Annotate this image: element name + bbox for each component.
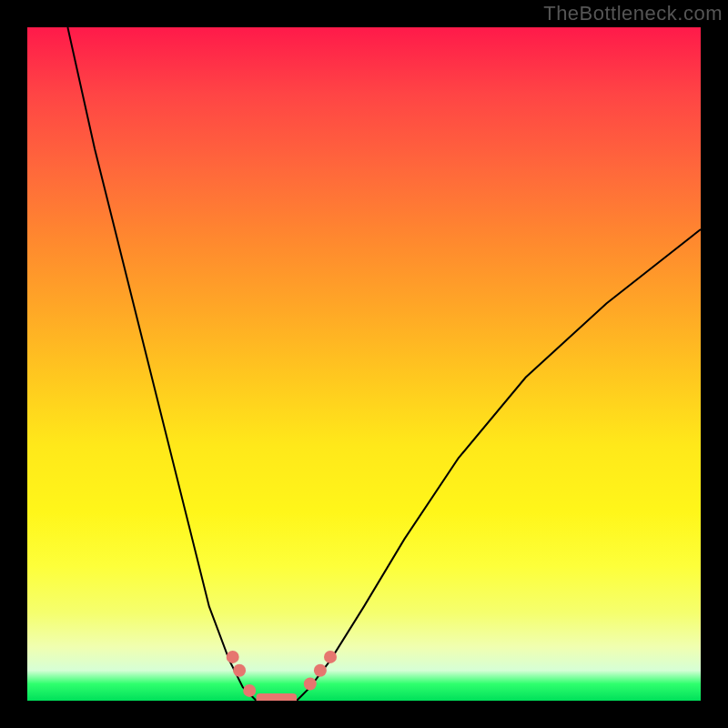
marker-dot <box>324 651 337 663</box>
marker-dot <box>314 664 327 677</box>
chart-svg <box>27 27 701 701</box>
chart-plot-area <box>27 27 701 701</box>
marker-dot <box>233 664 246 677</box>
marker-dot <box>243 684 256 697</box>
right-curve <box>297 229 701 701</box>
markers-group <box>227 651 337 697</box>
marker-dot <box>304 678 317 691</box>
left-curve <box>67 27 256 701</box>
marker-dot <box>227 651 239 663</box>
valley-band <box>257 693 297 701</box>
watermark-text: TheBottleneck.com <box>543 2 723 25</box>
